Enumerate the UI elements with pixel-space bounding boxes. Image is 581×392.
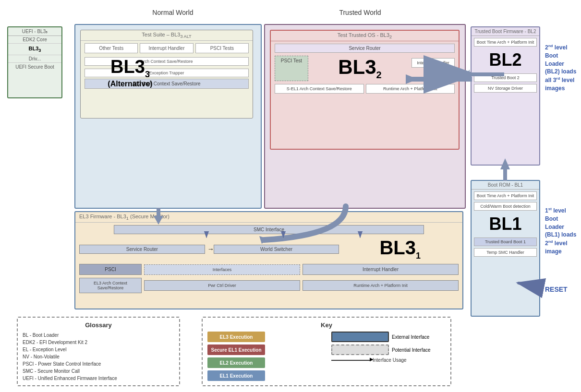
bl32-row: PSCI Test BL32 Interrupt Handler bbox=[271, 54, 459, 82]
bl31-service-router: Service Router bbox=[79, 245, 205, 254]
uefi-secure-boot: UEFI Secure Boot bbox=[8, 63, 61, 71]
bl32-interrupt-handler: Interrupt Handler bbox=[412, 58, 455, 68]
bl2-big: BL2 bbox=[489, 50, 521, 70]
el3-arch: EL3 Arch Context Save/Restore bbox=[79, 278, 142, 293]
pwr-ctrl: Pwr Ctrl Driver bbox=[144, 280, 300, 291]
svg-marker-4 bbox=[466, 70, 470, 79]
external-swatch bbox=[331, 332, 389, 342]
glossary-items: BL - Boot Loader EDK2 - EFI Development … bbox=[23, 332, 174, 382]
psci-tests: PSCI Tests bbox=[195, 43, 249, 53]
bl1-box: Boot ROM - BL1 Boot Time Arch + Platform… bbox=[471, 180, 540, 317]
trusted-world-label: Trusted World bbox=[312, 9, 408, 16]
potential-label: Potential Interface bbox=[392, 347, 431, 353]
bl32-bottom-row: S-EL1 Arch Context Save/Restore Runtime … bbox=[271, 83, 459, 95]
sel1-arch: S-EL1 Arch Context Save/Restore bbox=[275, 84, 364, 94]
el3-swatch: EL3 Execution bbox=[207, 332, 265, 342]
el3-key: EL3 Execution bbox=[207, 332, 322, 342]
bl2-box: Trusted Boot Firmware - BL2 Boot Time Ar… bbox=[471, 26, 540, 166]
bl31-big: BL31 bbox=[379, 237, 421, 258]
trusted-board-boot1: Trusted Board Boot 1 bbox=[474, 238, 537, 246]
bl31-title: EL3 Firmware - BL31 (Secure Monitor) bbox=[75, 212, 462, 223]
bl31-runtime: Runtime Arch + Platform Init bbox=[303, 280, 459, 291]
interface-usage-row: Interface Usage bbox=[331, 357, 446, 363]
uefi-title: UEFI - BL3₃ bbox=[8, 27, 61, 36]
uefi-big-label: BL33 bbox=[8, 44, 61, 55]
world-switcher: World Switcher bbox=[214, 245, 339, 254]
el2-swatch: EL2 Execution bbox=[207, 357, 265, 368]
driv-item: Driv... bbox=[8, 55, 61, 63]
interface-usage-label: Interface Usage bbox=[373, 357, 407, 363]
bl2-trusted-boot2: Trusted Boot 2 bbox=[474, 73, 537, 82]
glossary-box: Glossary BL - Boot Loader EDK2 - EFI Dev… bbox=[17, 317, 180, 386]
bl31-big-container: BL31 bbox=[341, 237, 459, 261]
arrow-line bbox=[331, 360, 370, 361]
bl31-row4: EL3 Arch Context Save/Restore Pwr Ctrl D… bbox=[75, 276, 462, 295]
smc-interface: SMC Interface bbox=[114, 225, 424, 234]
bl33-big: BL33 bbox=[110, 57, 150, 77]
bl1-label-right: 1st level Boot Loader (BL1) loads 2nd le… bbox=[545, 206, 579, 256]
trusted-os-title: Test Trusted OS - BL32 bbox=[271, 31, 459, 41]
bl31-row2: Service Router → World Switcher BL31 bbox=[75, 236, 462, 262]
other-tests: Other Tests bbox=[85, 43, 138, 53]
el1-swatch: EL1 Execution bbox=[207, 370, 265, 381]
glossary-title: Glossary bbox=[23, 321, 174, 329]
el2-key: EL2 Execution bbox=[207, 357, 322, 368]
el1-key: EL1 Execution bbox=[207, 370, 322, 381]
trusted-os-box: Test Trusted OS - BL32 Service Router PS… bbox=[270, 30, 460, 150]
edk2-core: EDK2 Core bbox=[8, 36, 61, 44]
bl2-big-container: BL2 bbox=[472, 48, 539, 71]
sel1-swatch: Secure EL1 Execution bbox=[207, 344, 265, 355]
psci-cell: PSCI bbox=[79, 264, 142, 275]
test-row: Other Tests Interrupt Handler PSCI Tests bbox=[81, 41, 253, 56]
normal-world-label: Normal World bbox=[125, 9, 221, 16]
bl2-nv-storage: NV Storage Driver bbox=[474, 84, 537, 93]
key-box: Key EL3 Execution Secure EL1 Execution E… bbox=[202, 317, 451, 386]
bl1-big: BL1 bbox=[489, 214, 521, 234]
test-suite-title: Test Suite – BL33 ALT bbox=[81, 30, 253, 41]
trusted-world-box: Test Trusted OS - BL32 Service Router PS… bbox=[264, 24, 466, 209]
bl1-boot-time: Boot Time Arch + Platform Init bbox=[474, 191, 537, 200]
bl1-cold-warm: Cold/Warm Boot detection bbox=[474, 202, 537, 211]
bl2-title: Trusted Boot Firmware - BL2 bbox=[472, 27, 539, 36]
reset-label: RESET bbox=[545, 285, 568, 293]
bl32-runtime: Runtime Arch + Platform Init bbox=[366, 84, 455, 94]
bl31-row3: PSCI Interfaces Interrupt Handler bbox=[75, 262, 462, 276]
external-label: External Interface bbox=[392, 334, 429, 340]
psci-test-cell: PSCI Test bbox=[275, 56, 308, 81]
potential-interface-key: Potential Interface bbox=[331, 344, 446, 355]
key-left: EL3 Execution Secure EL1 Execution EL2 E… bbox=[207, 332, 322, 383]
bl2-label-right: 2nd level Boot Loader (BL2) loads all 3r… bbox=[545, 43, 579, 93]
bl1-title: Boot ROM - BL1 bbox=[472, 181, 539, 190]
trusted-os-service-router: Service Router bbox=[275, 44, 455, 53]
test-suite-box: Test Suite – BL33 ALT Other Tests Interr… bbox=[80, 30, 253, 119]
interrupt-handler-test: Interrupt Handler bbox=[140, 43, 193, 53]
interfaces-cell: Interfaces bbox=[144, 264, 300, 275]
bl33-alt: (Alternative) bbox=[85, 80, 176, 88]
bl33-container: BL33 (Alternative) bbox=[85, 57, 176, 88]
bl32-big: BL32 bbox=[338, 56, 381, 78]
key-grid: EL3 Execution Secure EL1 Execution EL2 E… bbox=[207, 332, 446, 383]
temp-smc-handler: Temp SMC Handler bbox=[474, 248, 537, 257]
normal-world-box: Test Suite – BL33 ALT Other Tests Interr… bbox=[74, 24, 262, 209]
bl32-big-container: BL32 bbox=[310, 56, 410, 81]
bl31-interrupt: Interrupt Handler bbox=[303, 264, 459, 275]
potential-swatch bbox=[331, 344, 389, 355]
key-right: External Interface Potential Interface I… bbox=[331, 332, 446, 383]
bl1-big-container: BL1 bbox=[472, 213, 539, 236]
key-title: Key bbox=[207, 321, 446, 329]
sel1-key: Secure EL1 Execution bbox=[207, 344, 322, 355]
diagram-container: Normal World Trusted World UEFI - BL3₃ E… bbox=[0, 0, 581, 392]
uefi-bl3-box: UEFI - BL3₃ EDK2 Core BL33 Driv... UEFI … bbox=[7, 26, 62, 98]
bl31-box: EL3 Firmware - BL31 (Secure Monitor) SMC… bbox=[74, 211, 463, 309]
bl2-item1: Boot Time Arch + Platform Init bbox=[474, 38, 537, 47]
external-interface-key: External Interface bbox=[331, 332, 446, 342]
